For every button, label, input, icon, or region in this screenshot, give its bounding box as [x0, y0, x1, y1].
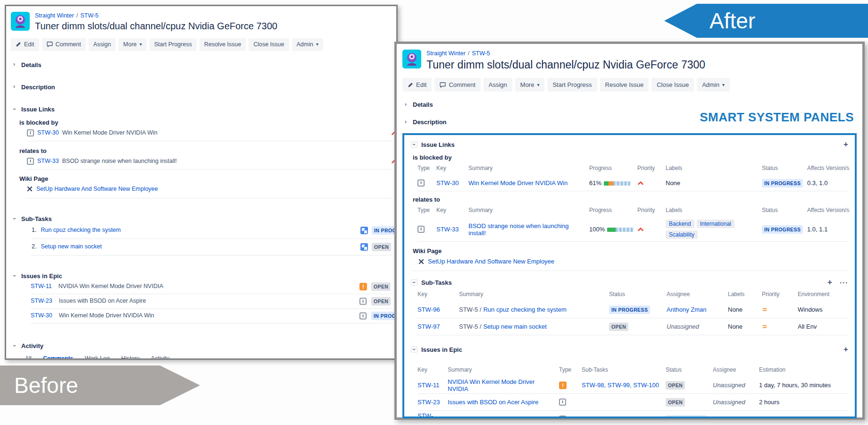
comment-button[interactable]: Comment — [434, 78, 480, 92]
status-badge: IN PROGRESS — [666, 415, 710, 419]
comment-button[interactable]: Comment — [42, 38, 86, 51]
issue-summary: NVIDIA Win Kernel Mode Driver NVIDIA — [58, 283, 163, 289]
subtask-keys-links[interactable]: STW-98, STW-99, STW-100 — [582, 382, 663, 389]
tab-all[interactable]: All — [25, 355, 32, 360]
add-epic-issue-icon[interactable]: + — [843, 345, 848, 354]
breadcrumb-separator: / — [468, 50, 469, 57]
section-details[interactable]: › Details — [402, 101, 857, 108]
subtask-link[interactable]: Run cpuz checking the system — [483, 306, 566, 313]
label-chip[interactable]: Backend — [666, 220, 694, 228]
issue-summary-link[interactable]: Issues with BSOD on Acer Aspire — [448, 399, 556, 406]
issue-key-link[interactable]: STW-97 — [417, 323, 456, 330]
subtask-link[interactable]: Setup new main socket — [483, 323, 546, 330]
table-header-row: Type Key Summary Progress Priority Label… — [417, 161, 848, 175]
start-progress-button[interactable]: Start Progress — [150, 38, 197, 51]
assign-button[interactable]: Assign — [484, 78, 512, 92]
issue-type-icon: I — [559, 416, 566, 418]
wiki-page-link[interactable]: SetUp Hardware And Software New Employee — [36, 186, 158, 192]
subtask-link[interactable]: Setup new main socket — [41, 243, 101, 250]
breadcrumb-issue-link[interactable]: STW-5 — [80, 12, 99, 19]
issue-summary-link[interactable]: NVIDIA Win Kernel Mode Driver NVIDIA — [448, 378, 556, 392]
subtask-keys-links[interactable]: STW-101 — [582, 416, 663, 418]
wiki-page-label: Wiki Page — [19, 175, 392, 182]
section-issues-in-epic[interactable]: › Issues in Epic + — [411, 345, 848, 354]
admin-button[interactable]: Admin ▾ — [292, 38, 323, 51]
issue-link-row: I STW-30 Win Kernel Mode Driver NVIDIA W… — [417, 175, 848, 191]
section-sub-tasks-label: Sub-Tasks — [421, 279, 452, 286]
column-header: Labels — [728, 291, 759, 298]
label-chip[interactable]: Scalability — [666, 230, 698, 239]
edit-button[interactable]: Edit — [11, 38, 39, 51]
label-chip[interactable]: International — [697, 220, 734, 228]
close-issue-button[interactable]: Close Issue — [651, 78, 694, 92]
column-header: Key — [417, 291, 456, 298]
column-header: Priority — [637, 207, 663, 213]
breadcrumb-project-link[interactable]: Straight Winter — [426, 50, 466, 57]
more-actions-icon[interactable]: ··· — [840, 279, 848, 287]
chevron-right-icon: › — [11, 84, 17, 90]
start-progress-button[interactable]: Start Progress — [547, 78, 597, 92]
more-button[interactable]: More ▾ — [515, 78, 545, 92]
issue-summary-link[interactable]: BSOD strange noise when launching instal… — [468, 222, 586, 237]
add-subtask-icon[interactable]: + — [827, 278, 832, 287]
issue-key-link[interactable]: STW-23 — [31, 298, 52, 304]
resolve-issue-button[interactable]: Resolve Issue — [600, 78, 649, 92]
assign-button[interactable]: Assign — [89, 38, 116, 51]
chevron-down-icon: › — [11, 215, 17, 222]
edit-button[interactable]: Edit — [402, 78, 432, 92]
assignee-link[interactable]: Lucille Hogan — [713, 416, 756, 418]
breadcrumb-project-link[interactable]: Straight Winter — [35, 12, 74, 19]
section-issues-in-epic-label: Issues in Epic — [421, 346, 462, 353]
chevron-down-icon: › — [411, 346, 417, 353]
tab-comments[interactable]: Comments — [43, 355, 74, 360]
section-sub-tasks[interactable]: › Sub-Tasks + ··· — [411, 278, 848, 287]
tools-icon — [27, 186, 33, 192]
affects-versions: 0.3, 1.0 — [807, 179, 856, 187]
column-header: Status — [762, 207, 804, 213]
row-actions-icon[interactable]: ··· — [854, 323, 857, 330]
issue-summary-link[interactable]: Win Kernel Mode Driver NVIDIA Win — [468, 179, 586, 187]
issue-key-link[interactable]: STW-33 — [37, 158, 59, 164]
priority-medium-icon — [762, 307, 795, 312]
wiki-page-link[interactable]: SetUp Hardware And Software New Employee — [428, 258, 554, 265]
column-header: Summary — [468, 207, 586, 213]
section-issue-links[interactable]: › Issue Links — [11, 106, 392, 113]
section-activity[interactable]: › Activity — [11, 342, 392, 349]
warning-type-icon: ! — [559, 382, 567, 389]
assignee-link[interactable]: Anthony Zman — [667, 306, 725, 313]
issue-key-link[interactable]: STW-11 — [417, 382, 445, 389]
resolve-issue-button[interactable]: Resolve Issue — [200, 38, 246, 51]
more-button[interactable]: More ▾ — [118, 38, 147, 51]
add-link-icon[interactable]: + — [843, 140, 848, 149]
after-label: After — [709, 8, 755, 34]
section-sub-tasks[interactable]: › Sub-Tasks — [11, 215, 392, 222]
breadcrumb-issue-link[interactable]: STW-5 — [472, 50, 490, 57]
issue-link-row: I STW-30 Win Kernel Mode Driver NVIDIA W… — [27, 126, 392, 141]
section-details[interactable]: › Details — [11, 61, 392, 68]
issue-key-link[interactable]: STW-33 — [436, 226, 466, 233]
chevron-down-icon: ▾ — [140, 42, 142, 47]
tab-activity[interactable]: Activity — [151, 355, 170, 360]
chevron-down-icon: › — [411, 279, 417, 286]
epic-issue-row: STW-23 Issues with BSOD on Acer Aspire I… — [31, 294, 392, 309]
issue-key-link[interactable]: STW-30 — [31, 312, 52, 319]
estimation-cell: 2 hours — [759, 399, 854, 406]
admin-button[interactable]: Admin ▾ — [697, 78, 730, 92]
issue-key-link[interactable]: STW-30 — [37, 129, 59, 136]
tab-history[interactable]: History — [121, 355, 140, 360]
close-issue-button[interactable]: Close Issue — [249, 38, 289, 51]
section-issue-links[interactable]: › Issue Links + — [411, 140, 848, 149]
issue-key-link[interactable]: STW-23 — [417, 399, 445, 406]
issue-key-link[interactable]: STW-30 — [417, 412, 445, 419]
issue-summary-link[interactable]: Win Kernel Mode Driver NVIDIA Win — [448, 416, 556, 418]
issue-key-link[interactable]: STW-96 — [417, 306, 456, 313]
row-actions-icon[interactable]: ··· — [854, 306, 857, 313]
section-description[interactable]: › Description — [11, 84, 392, 91]
edit-label: Edit — [24, 42, 34, 48]
issue-key-link[interactable]: STW-11 — [31, 283, 52, 289]
tab-work-log[interactable]: Work Log — [85, 355, 110, 360]
subtask-link[interactable]: Run cpuz checking the system — [41, 227, 121, 233]
section-issue-links-label: Issue Links — [21, 106, 55, 113]
issue-key-link[interactable]: STW-30 — [436, 179, 466, 187]
section-issues-in-epic[interactable]: › Issues in Epic — [11, 272, 392, 280]
